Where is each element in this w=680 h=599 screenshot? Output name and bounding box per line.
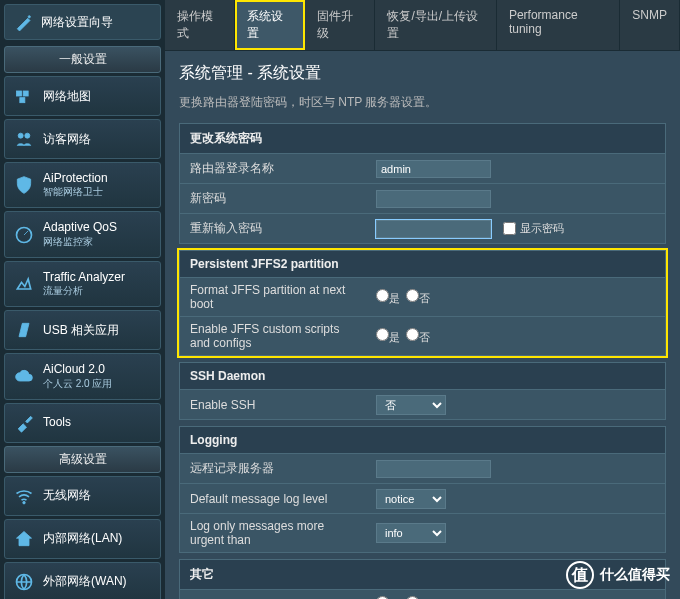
svg-point-4 — [18, 133, 23, 138]
wizard-label: 网络设置向导 — [41, 14, 113, 31]
jffs-format-no[interactable] — [406, 289, 419, 302]
show-password-label: 显示密码 — [520, 221, 564, 236]
wand-icon — [13, 11, 35, 33]
advanced-settings-header: 高级设置 — [4, 446, 161, 473]
svg-point-7 — [23, 501, 26, 504]
sidebar-item-label: AiCloud 2.0 — [43, 362, 112, 376]
reboot-sched-label: Enable Reboot Scheduler — [180, 593, 370, 600]
sidebar-item-label: Adaptive QoS — [43, 220, 117, 234]
wizard-link[interactable]: 网络设置向导 — [4, 4, 161, 40]
remote-log-input[interactable] — [376, 460, 491, 478]
wifi-icon — [13, 485, 35, 507]
wan-icon — [13, 571, 35, 593]
jffs-scripts-no[interactable] — [406, 328, 419, 341]
confirm-password-label: 重新输入密码 — [180, 215, 370, 242]
traffic-icon — [13, 273, 35, 295]
section-ssh: SSH Daemon — [179, 362, 666, 390]
sidebar-item-sublabel: 网络监控家 — [43, 235, 117, 249]
jffs-format-label: Format JFFS partition at next boot — [180, 278, 370, 316]
page-title: 系统管理 - 系统设置 — [179, 63, 666, 84]
new-password-label: 新密码 — [180, 185, 370, 212]
sidebar-item-lan[interactable]: 内部网络(LAN) — [4, 519, 161, 559]
sidebar-item-label: 无线网络 — [43, 488, 91, 502]
sidebar-item-map[interactable]: 网络地图 — [4, 76, 161, 116]
cloud-icon — [13, 365, 35, 387]
svg-rect-3 — [20, 98, 25, 103]
section-jffs: Persistent JFFS2 partition — [179, 250, 666, 278]
svg-rect-2 — [23, 91, 28, 96]
jffs-format-yes[interactable] — [376, 289, 389, 302]
tab-1[interactable]: 系统设置 — [235, 0, 305, 50]
sidebar-item-sublabel: 流量分析 — [43, 284, 125, 298]
show-password-checkbox[interactable] — [503, 222, 516, 235]
qos-icon — [13, 224, 35, 246]
section-password: 更改系统密码 — [179, 123, 666, 154]
sidebar-item-label: AiProtection — [43, 171, 108, 185]
log-level-select[interactable]: notice — [376, 489, 446, 509]
log-urgent-select[interactable]: info — [376, 523, 446, 543]
tab-4[interactable]: Performance tuning — [497, 0, 620, 50]
sidebar-item-label: 访客网络 — [43, 132, 91, 146]
jffs-scripts-yes[interactable] — [376, 328, 389, 341]
tab-bar: 操作模式系统设置固件升级恢复/导出/上传设置Performance tuning… — [165, 0, 680, 51]
svg-point-5 — [25, 133, 30, 138]
sidebar-item-label: 内部网络(LAN) — [43, 531, 122, 545]
sidebar-item-sublabel: 个人云 2.0 应用 — [43, 377, 112, 391]
watermark: 值 什么值得买 — [566, 561, 670, 589]
sidebar-item-label: USB 相关应用 — [43, 323, 119, 337]
tab-0[interactable]: 操作模式 — [165, 0, 235, 50]
login-name-input[interactable] — [376, 160, 491, 178]
log-level-label: Default message log level — [180, 487, 370, 511]
watermark-text: 什么值得买 — [600, 566, 670, 584]
sidebar-item-label: 外部网络(WAN) — [43, 574, 127, 588]
map-icon — [13, 85, 35, 107]
watermark-icon: 值 — [566, 561, 594, 589]
sidebar-item-usb[interactable]: USB 相关应用 — [4, 310, 161, 350]
sidebar-item-qos[interactable]: Adaptive QoS网络监控家 — [4, 211, 161, 257]
sidebar-item-shield[interactable]: AiProtection智能网络卫士 — [4, 162, 161, 208]
general-settings-header: 一般设置 — [4, 46, 161, 73]
confirm-password-input[interactable] — [376, 220, 491, 238]
svg-point-0 — [28, 16, 30, 18]
tab-5[interactable]: SNMP — [620, 0, 680, 50]
sidebar-item-wifi[interactable]: 无线网络 — [4, 476, 161, 516]
sidebar-item-traffic[interactable]: Traffic Analyzer流量分析 — [4, 261, 161, 307]
page-description: 更换路由器登陆密码，时区与 NTP 服务器设置。 — [179, 94, 666, 111]
tools-icon — [13, 412, 35, 434]
new-password-input[interactable] — [376, 190, 491, 208]
jffs-scripts-label: Enable JFFS custom scripts and configs — [180, 317, 370, 355]
enable-ssh-select[interactable]: 否 — [376, 395, 446, 415]
sidebar-item-sublabel: 智能网络卫士 — [43, 185, 108, 199]
log-urgent-label: Log only messages more urgent than — [180, 514, 370, 552]
svg-rect-1 — [17, 91, 22, 96]
sidebar-item-label: 网络地图 — [43, 89, 91, 103]
sidebar-item-tools[interactable]: Tools — [4, 403, 161, 443]
lan-icon — [13, 528, 35, 550]
section-logging: Logging — [179, 426, 666, 454]
sidebar-item-label: Traffic Analyzer — [43, 270, 125, 284]
tab-2[interactable]: 固件升级 — [305, 0, 375, 50]
login-name-label: 路由器登录名称 — [180, 155, 370, 182]
usb-icon — [13, 319, 35, 341]
sidebar-item-guest[interactable]: 访客网络 — [4, 119, 161, 159]
tab-3[interactable]: 恢复/导出/上传设置 — [375, 0, 497, 50]
shield-icon — [13, 174, 35, 196]
guest-icon — [13, 128, 35, 150]
sidebar-item-cloud[interactable]: AiCloud 2.0个人云 2.0 应用 — [4, 353, 161, 399]
remote-log-label: 远程记录服务器 — [180, 455, 370, 482]
enable-ssh-label: Enable SSH — [180, 393, 370, 417]
sidebar-item-wan[interactable]: 外部网络(WAN) — [4, 562, 161, 599]
sidebar-item-label: Tools — [43, 415, 71, 429]
